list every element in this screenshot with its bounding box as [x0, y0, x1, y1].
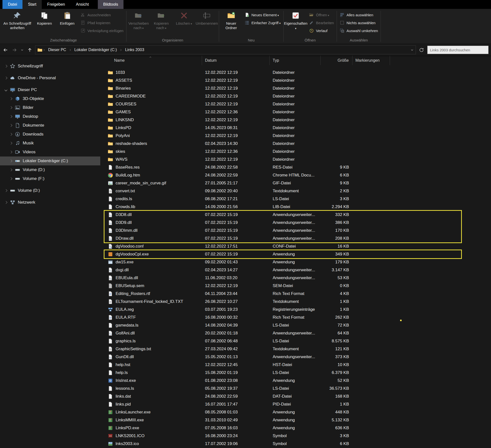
file-row[interactable]: ELTournament-Final_locked_ID.TXT 26.08.2…: [100, 298, 491, 306]
file-row[interactable]: DDraw.dll 07.02.2022 15:19 Anwendungserw…: [100, 234, 491, 242]
file-row[interactable]: CAREERMODE 12.02.2022 12:19 Dateiordner: [100, 92, 491, 100]
file-row[interactable]: Editing_Rosters.rtf 04.11.2004 23:44 Ric…: [100, 290, 491, 298]
chevron-icon[interactable]: [9, 150, 13, 154]
sidebar-item-schnellzugriff[interactable]: Schnellzugriff: [0, 62, 100, 71]
sidebar-item-dokumente[interactable]: Dokumente: [0, 121, 100, 130]
file-row[interactable]: Crowds.lib 14.09.2000 21:56 LIB-Datei 2.…: [100, 203, 491, 211]
file-row[interactable]: dxgi.dll 02.04.2023 14:27 Anwendungserwe…: [100, 266, 491, 274]
select-none-button[interactable]: Nichts auswählen: [338, 19, 380, 27]
file-row[interactable]: GAMES 12.02.2022 12:36 Dateiordner: [100, 108, 491, 116]
sidebar-item-musik[interactable]: Musik: [0, 139, 100, 148]
file-row[interactable]: lessons.ls 05.08.2002 19:37 LS-Datei 36.…: [100, 385, 491, 392]
chevron-icon[interactable]: [4, 189, 8, 193]
sidebar-item-netzwerk[interactable]: Netzwerk: [0, 198, 100, 207]
chevron-icon[interactable]: [9, 132, 13, 136]
file-row[interactable]: reshade-shaders 02.04.2023 14:30 Dateior…: [100, 140, 491, 148]
chevron-icon[interactable]: [9, 168, 13, 172]
sidebar-item-onedrive-personal[interactable]: OneDrive - Personal: [0, 74, 100, 82]
file-row[interactable]: LINKSND 12.02.2022 12:19 Dateiordner: [100, 116, 491, 124]
copy-path-button[interactable]: Pfad kopieren: [79, 19, 125, 27]
file-row[interactable]: LinksMMIII.exe 31.03.2010 02:49 Anwendun…: [100, 416, 491, 424]
column-header-name[interactable]: Name: [100, 56, 202, 65]
file-row[interactable]: 1033 12.02.2022 12:19 Dateiordner: [100, 69, 491, 77]
copy-button[interactable]: Kopieren: [33, 9, 56, 38]
properties-button[interactable]: Eigenschaften: [284, 9, 307, 38]
back-button[interactable]: [1, 45, 10, 54]
sidebar-item-downloads[interactable]: Downloads: [0, 130, 100, 139]
recent-locations-button[interactable]: [19, 45, 25, 54]
sidebar-item-desktop[interactable]: Desktop: [0, 112, 100, 121]
search-input[interactable]: [427, 46, 489, 54]
file-row[interactable]: EBUEula.dll 11.06.2002 03:20 Anwendungse…: [100, 274, 491, 282]
breadcrumb-links-2003[interactable]: Links 2003: [123, 46, 146, 54]
file-row[interactable]: EULA.RTF 16.08.2000 00:32 Rich Text Form…: [100, 313, 491, 321]
tab-datei[interactable]: Datei: [2, 0, 22, 9]
file-row[interactable]: ASSETS 12.02.2022 12:19 Dateiordner: [100, 77, 491, 84]
address-box[interactable]: Dieser PC Lokaler Datenträger (C:) Links…: [35, 45, 416, 54]
select-all-button[interactable]: Alles auswählen: [338, 11, 380, 19]
breadcrumb-drive-c[interactable]: Lokaler Datenträger (C:): [72, 46, 120, 54]
delete-button[interactable]: Löschen: [173, 9, 195, 38]
file-row[interactable]: LinksLauncher.exe 08.05.2008 01:03 Anwen…: [100, 408, 491, 416]
pin-to-quick-access-button[interactable]: An Schnellzugriff anheften: [1, 9, 33, 38]
move-to-button[interactable]: Verschieben nach: [127, 9, 150, 38]
chevron-icon[interactable]: [9, 159, 13, 163]
column-header-type[interactable]: Typ: [270, 56, 321, 65]
breadcrumb-this-pc[interactable]: Dieser PC: [46, 46, 69, 54]
file-row[interactable]: PolyAni 12.02.2022 12:19 Dateiordner: [100, 132, 491, 140]
column-header-date[interactable]: Datum: [202, 56, 270, 65]
file-row[interactable]: credits.ls 08.08.2002 17:21 LS-Datei 3 K…: [100, 195, 491, 203]
sidebar-item-dieser-pc[interactable]: Dieser PC: [0, 85, 100, 94]
paste-button[interactable]: Einfügen: [56, 9, 79, 38]
sidebar-item-volume-f[interactable]: Volume (F:): [0, 174, 100, 183]
sidebar-item-bilder[interactable]: Bilder: [0, 103, 100, 112]
file-row[interactable]: dgVoodooCpl.exe 07.02.2022 15:19 Anwendu…: [100, 250, 491, 258]
file-row[interactable]: links.pid 16.07.2001 17:47 PID-Datei 1 K…: [100, 400, 491, 408]
file-row[interactable]: help.hst 12.02.2022 12:45 HST-Datei 10 K…: [100, 361, 491, 369]
sidebar-item-3d-objekte[interactable]: 3D-Objekte: [0, 94, 100, 103]
file-row[interactable]: dgVoodoo.conf 12.02.2022 17:51 CONF-Date…: [100, 242, 491, 250]
file-row[interactable]: lnks2003.ico 17.07.2002 19:06 Symbol 6 K…: [100, 440, 491, 448]
forward-button[interactable]: [10, 45, 19, 54]
chevron-icon[interactable]: [9, 97, 13, 101]
new-item-button[interactable]: Neues Element: [243, 11, 283, 19]
chevron-icon[interactable]: [4, 200, 8, 204]
tab-ansicht[interactable]: Ansicht: [70, 0, 94, 9]
address-dropdown-button[interactable]: [408, 48, 416, 52]
new-folder-button[interactable]: Neuer Ordner: [220, 9, 243, 38]
tab-freigeben[interactable]: Freigeben: [42, 0, 70, 9]
refresh-button[interactable]: [417, 45, 426, 54]
easy-access-button[interactable]: Einfacher Zugriff: [243, 19, 283, 27]
history-button[interactable]: Verlauf: [307, 27, 336, 35]
file-row[interactable]: GunDll.dll 15.05.2002 01:13 Anwendungser…: [100, 353, 491, 361]
tab-start[interactable]: Start: [22, 0, 42, 9]
file-row[interactable]: career_mode_sin_curve.gif 27.01.2005 21:…: [100, 179, 491, 187]
file-row[interactable]: D3D8.dll 07.02.2022 15:19 Anwendungserwe…: [100, 211, 491, 219]
file-row[interactable]: LinksPD 14.05.2023 08:31 Dateiordner: [100, 124, 491, 132]
chevron-icon[interactable]: [9, 123, 13, 127]
file-row[interactable]: gamedata.ls 14.08.2002 04:39 LS-Datei 72…: [100, 321, 491, 329]
file-row[interactable]: WAVS 12.02.2022 12:19 Dateiordner: [100, 156, 491, 163]
chevron-icon[interactable]: [4, 64, 8, 68]
file-row[interactable]: EULA.reg 03.07.2001 19:23 Registrierungs…: [100, 306, 491, 313]
rename-button[interactable]: Umbenennen: [195, 9, 218, 38]
sidebar-item-videos[interactable]: Videos: [0, 148, 100, 156]
open-button[interactable]: Öffnen: [307, 11, 336, 19]
file-row[interactable]: Binaries 12.02.2022 12:19 Dateiordner: [100, 84, 491, 92]
sidebar-item-volume-d[interactable]: Volume (D:): [0, 165, 100, 174]
file-row[interactable]: dw15.exe 09.02.2002 01:43 Anwendung 179 …: [100, 258, 491, 266]
column-header-tags[interactable]: Markierungen: [352, 56, 390, 65]
file-row[interactable]: BuildLog.htm 24.08.2002 22:59 Chrome HTM…: [100, 171, 491, 179]
chevron-icon[interactable]: [9, 115, 13, 118]
file-row[interactable]: graphics.ls 07.08.2002 06:48 LS-Datei 8.…: [100, 337, 491, 345]
file-row[interactable]: LNKS2001.ICO 16.08.2000 23:24 Symbol 3 K…: [100, 432, 491, 440]
file-row[interactable]: D3DImm.dll 07.02.2022 15:19 Anwendungser…: [100, 227, 491, 234]
sidebar-item-volume-d[interactable]: Volume (D:): [0, 186, 100, 195]
paste-shortcut-button[interactable]: Verknüpfung einfügen: [79, 27, 125, 35]
up-button[interactable]: [25, 45, 34, 54]
chevron-icon[interactable]: [9, 141, 13, 145]
chevron-icon[interactable]: [4, 76, 8, 80]
file-row[interactable]: IrisInst.exe 01.08.2002 23:08 Anwendung …: [100, 377, 491, 385]
file-row[interactable]: LinksPD.exe 07.05.2008 16:03 Anwendung 6…: [100, 424, 491, 432]
file-row[interactable]: GraphicSettings.txt 27.03.2024 09:42 Tex…: [100, 345, 491, 353]
